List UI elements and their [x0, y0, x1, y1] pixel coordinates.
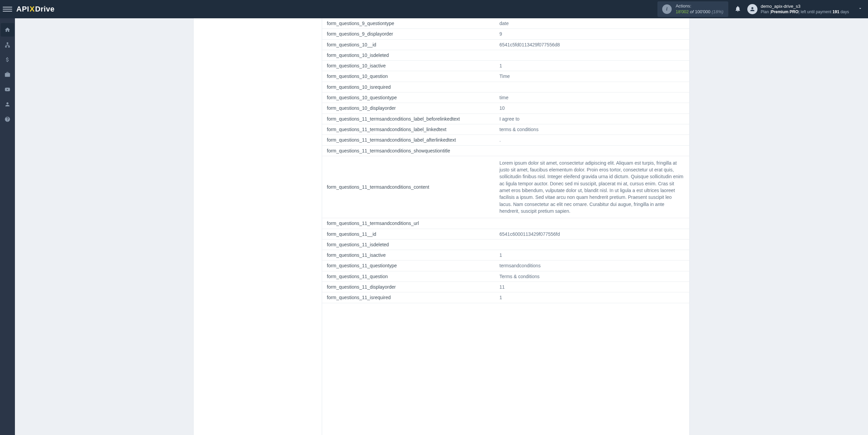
field-value: 10 — [495, 103, 689, 113]
actions-total: 100'000 — [695, 9, 710, 14]
field-key: form_questions_11__id — [322, 229, 495, 239]
field-key: form_questions_10_isrequired — [322, 82, 495, 92]
table-row: form_questions_11_questionTerms & condit… — [322, 271, 689, 282]
table-row: form_questions_9_questiontypedate — [322, 18, 689, 29]
logo-text-api: API — [16, 5, 29, 14]
data-table: form_questions_9_questiontypedateform_qu… — [322, 18, 689, 303]
logo[interactable]: APIXDrive — [16, 5, 55, 14]
field-value: I agree to — [495, 113, 689, 124]
field-key: form_questions_11_termsandconditions_con… — [322, 156, 495, 218]
table-row: form_questions_9_displayorder9 — [322, 29, 689, 39]
table-row: form_questions_11_isactive1 — [322, 250, 689, 261]
sidebar-item-connections[interactable] — [1, 38, 14, 51]
sidebar-item-account[interactable] — [1, 98, 14, 111]
user-menu[interactable]: demo_apix-drive_s3 Plan |Premium PRO| le… — [747, 4, 863, 15]
field-key: form_questions_11_termsandconditions_lab… — [322, 124, 495, 134]
field-key: form_questions_11_question — [322, 271, 495, 282]
field-value: 1 — [495, 250, 689, 261]
field-value: 11 — [495, 282, 689, 292]
sidebar-item-briefcase[interactable] — [1, 68, 14, 81]
field-key: form_questions_11_termsandconditions_lab… — [322, 113, 495, 124]
field-value: 1 — [495, 61, 689, 71]
actions-percent: (18%) — [712, 9, 724, 14]
field-value — [495, 50, 689, 60]
sidebar-item-billing[interactable] — [1, 53, 14, 66]
actions-text: Actions: 18'002 of 100'000 (18%) — [676, 3, 724, 15]
table-row: form_questions_10_isdeleted — [322, 50, 689, 60]
home-icon — [4, 27, 11, 33]
sidebar — [0, 18, 15, 435]
logo-text-drive: Drive — [35, 5, 55, 14]
plan-line: Plan |Premium PRO| left until payment 19… — [761, 9, 849, 15]
notifications-icon[interactable] — [734, 5, 741, 13]
svg-rect-1 — [5, 46, 6, 47]
dollar-icon — [4, 57, 11, 63]
actions-used: 18'002 — [676, 9, 689, 14]
field-key: form_questions_11_termsandconditions_sho… — [322, 145, 495, 156]
field-value — [495, 239, 689, 250]
left-panel — [193, 18, 322, 435]
sitemap-icon — [4, 42, 11, 48]
table-row: form_questions_11_termsandconditions_lab… — [322, 135, 689, 145]
sidebar-item-home[interactable] — [1, 23, 14, 37]
field-value: Terms & conditions — [495, 271, 689, 282]
field-value: Lorem ipsum dolor sit amet, consectetur … — [495, 156, 689, 218]
table-row: form_questions_11_questiontypetermsandco… — [322, 261, 689, 271]
field-value — [495, 145, 689, 156]
youtube-icon — [4, 86, 11, 92]
field-value: 6541c6000113429f077556fd — [495, 229, 689, 239]
actions-counter[interactable]: i Actions: 18'002 of 100'000 (18%) — [657, 1, 728, 17]
field-key: form_questions_10_isactive — [322, 61, 495, 71]
avatar-icon — [747, 4, 757, 14]
actions-label: Actions: — [676, 3, 724, 9]
field-key: form_questions_11_isactive — [322, 250, 495, 261]
table-row: form_questions_11_termsandconditions_sho… — [322, 145, 689, 156]
page-body: form_questions_9_questiontypedateform_qu… — [15, 18, 868, 435]
field-value: 9 — [495, 29, 689, 39]
field-key: form_questions_11_isrequired — [322, 292, 495, 303]
svg-rect-2 — [8, 46, 9, 47]
field-key: form_questions_11_questiontype — [322, 261, 495, 271]
table-row: form_questions_11_isrequired1 — [322, 292, 689, 303]
table-row: form_questions_10__id6541c5fd0113429f077… — [322, 39, 689, 50]
field-key: form_questions_11_displayorder — [322, 282, 495, 292]
table-row: form_questions_11_termsandconditions_lab… — [322, 124, 689, 134]
field-key: form_questions_11_termsandconditions_lab… — [322, 135, 495, 145]
sidebar-item-video[interactable] — [1, 83, 14, 96]
table-row: form_questions_11_isdeleted — [322, 239, 689, 250]
field-value — [495, 82, 689, 92]
table-row: form_questions_11_termsandconditions_con… — [322, 156, 689, 218]
field-key: form_questions_9_questiontype — [322, 18, 495, 29]
field-key: form_questions_10_isdeleted — [322, 50, 495, 60]
field-value — [495, 218, 689, 229]
field-value: time — [495, 92, 689, 103]
field-key: form_questions_10_displayorder — [322, 103, 495, 113]
table-row: form_questions_11__id6541c6000113429f077… — [322, 229, 689, 239]
info-icon: i — [662, 4, 672, 14]
field-value: Time — [495, 71, 689, 82]
table-row: form_questions_10_questiontypetime — [322, 92, 689, 103]
field-key: form_questions_10_questiontype — [322, 92, 495, 103]
user-icon — [4, 101, 11, 107]
actions-of: of — [690, 9, 694, 14]
field-key: form_questions_9_displayorder — [322, 29, 495, 39]
briefcase-icon — [4, 71, 11, 78]
table-row: form_questions_10_isrequired — [322, 82, 689, 92]
main-panel: form_questions_9_questiontypedateform_qu… — [322, 18, 690, 435]
field-key: form_questions_10__id — [322, 39, 495, 50]
table-row: form_questions_11_termsandconditions_lab… — [322, 113, 689, 124]
field-value: terms & conditions — [495, 124, 689, 134]
help-icon — [4, 116, 11, 122]
field-value: . — [495, 135, 689, 145]
hamburger-menu-icon[interactable] — [3, 4, 12, 14]
username: demo_apix-drive_s3 — [761, 4, 849, 9]
table-row: form_questions_10_questionTime — [322, 71, 689, 82]
field-key: form_questions_11_termsandconditions_url — [322, 218, 495, 229]
chevron-down-icon — [858, 6, 863, 12]
field-key: form_questions_11_isdeleted — [322, 239, 495, 250]
user-text: demo_apix-drive_s3 Plan |Premium PRO| le… — [761, 4, 849, 15]
table-row: form_questions_10_isactive1 — [322, 61, 689, 71]
table-row: form_questions_11_termsandconditions_url — [322, 218, 689, 229]
field-key: form_questions_10_question — [322, 71, 495, 82]
sidebar-item-help[interactable] — [1, 112, 14, 126]
